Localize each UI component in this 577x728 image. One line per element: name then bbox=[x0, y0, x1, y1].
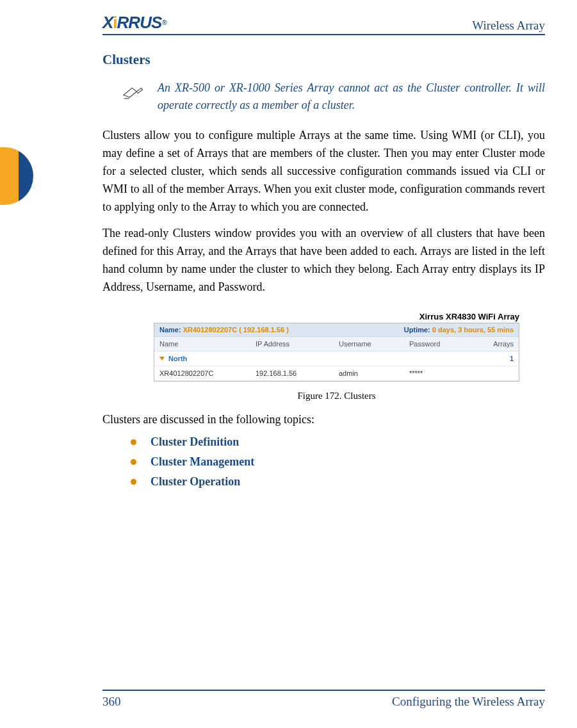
figure: Xirrus XR4830 WiFi Array Name: XR4012802… bbox=[154, 312, 519, 401]
section-heading: Clusters bbox=[102, 52, 545, 68]
topic-label: Cluster Management bbox=[150, 455, 254, 469]
topic-link[interactable]: Cluster Definition bbox=[131, 435, 545, 449]
cluster-name: North bbox=[168, 352, 339, 366]
ss-column-headers: Name IP Address Username Password Arrays bbox=[154, 337, 519, 352]
page-header: XiRRUS® Wireless Array bbox=[102, 13, 545, 35]
col-arrays: Arrays bbox=[475, 337, 519, 351]
col-name: Name bbox=[154, 337, 250, 351]
topic-label: Cluster Definition bbox=[150, 435, 239, 449]
body-paragraph-2: The read-only Clusters window provides y… bbox=[102, 225, 545, 296]
topic-link[interactable]: Cluster Management bbox=[131, 455, 545, 469]
topic-link[interactable]: Cluster Operation bbox=[131, 475, 545, 489]
cluster-count: 1 bbox=[339, 352, 519, 366]
expand-icon bbox=[159, 357, 165, 360]
screenshot-product-title: Xirrus XR4830 WiFi Array bbox=[154, 312, 519, 321]
logo: XiRRUS® bbox=[102, 13, 167, 33]
topic-label: Cluster Operation bbox=[150, 475, 240, 489]
ss-data-row: XR4012802207C 192.168.1.56 admin ***** bbox=[154, 366, 519, 381]
ss-name-label: Name: bbox=[159, 326, 181, 334]
ss-name-value: XR4012802207C ( 192.168.1.56 ) bbox=[183, 326, 289, 334]
document-title: Wireless Array bbox=[472, 19, 545, 33]
body-paragraph-1: Clusters allow you to configure multiple… bbox=[102, 127, 545, 216]
bullet-icon bbox=[131, 439, 136, 445]
clusters-screenshot: Name: XR4012802207C ( 192.168.1.56 ) Upt… bbox=[154, 323, 519, 382]
ss-cluster-row: North 1 bbox=[154, 352, 519, 366]
col-pass: Password bbox=[404, 337, 475, 351]
row-pass: ***** bbox=[404, 366, 475, 380]
bullet-icon bbox=[131, 459, 136, 465]
note-text: An XR-500 or XR-1000 Series Array cannot… bbox=[158, 79, 545, 114]
page-number: 360 bbox=[102, 695, 121, 709]
bullet-icon bbox=[131, 479, 136, 485]
row-ip: 192.168.1.56 bbox=[250, 366, 334, 380]
row-user: admin bbox=[334, 366, 404, 380]
row-name: XR4012802207C bbox=[154, 366, 250, 380]
col-ip: IP Address bbox=[250, 337, 334, 351]
topic-list: Cluster Definition Cluster Management Cl… bbox=[131, 435, 545, 489]
ss-uptime-value: 0 days, 3 hours, 55 mins bbox=[432, 326, 514, 334]
col-user: Username bbox=[334, 337, 404, 351]
note-block: An XR-500 or XR-1000 Series Array cannot… bbox=[122, 79, 545, 114]
ss-uptime-label: Uptime: bbox=[404, 326, 430, 334]
note-hand-icon bbox=[122, 82, 145, 101]
page-footer: 360 Configuring the Wireless Array bbox=[102, 690, 545, 709]
chapter-title: Configuring the Wireless Array bbox=[392, 695, 545, 709]
topics-intro: Clusters are discussed in the following … bbox=[102, 413, 545, 426]
figure-caption: Figure 172. Clusters bbox=[154, 391, 519, 401]
